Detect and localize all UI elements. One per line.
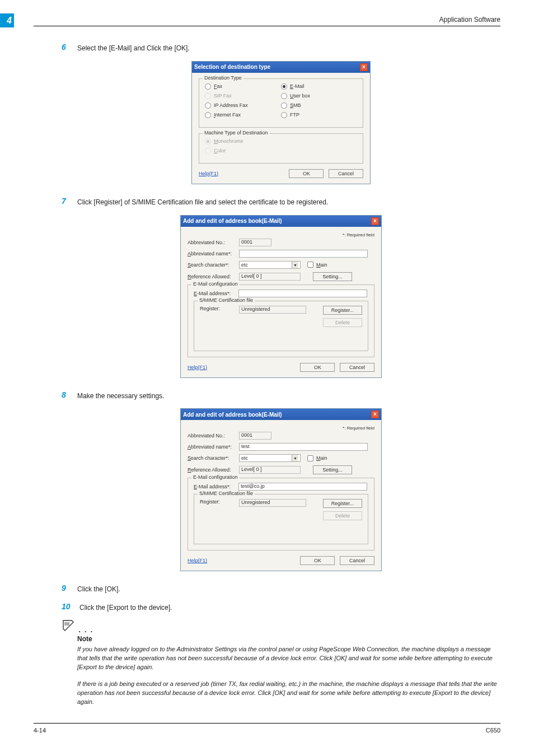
fieldset-legend: S/MIME Certification file — [198, 491, 255, 496]
register-button[interactable]: Register... — [323, 306, 362, 315]
close-icon[interactable]: × — [360, 63, 368, 71]
radio-smb[interactable] — [281, 102, 287, 109]
register-status: Unregistered — [239, 499, 306, 507]
label: Register: — [200, 306, 239, 311]
note-paragraph: If there is a job being executed or a re… — [77, 680, 500, 707]
dialog-add-edit-address-book: Add and edit of address book(E-Mail) × *… — [180, 408, 382, 571]
cancel-button[interactable]: Cancel — [340, 363, 374, 372]
radio-mono — [205, 138, 211, 144]
opt-label: Fax — [214, 83, 222, 89]
dialog-title: Selection of destination type — [194, 64, 270, 70]
abbr-no-display: 0001 — [239, 432, 271, 440]
fieldset-legend: E-Mail configuration — [191, 474, 240, 480]
cancel-button[interactable]: Cancel — [329, 169, 363, 178]
label: Search character*: — [188, 455, 239, 461]
search-char-select[interactable]: etc▼ — [239, 454, 301, 462]
dialog-title: Add and edit of address book(E-Mail) — [183, 218, 282, 224]
radio-userbox[interactable] — [281, 93, 287, 99]
abbr-name-input[interactable]: test — [239, 443, 368, 451]
chapter-tab: 4 — [0, 13, 14, 27]
delete-button: Delete — [323, 511, 362, 520]
main-checkbox[interactable] — [307, 262, 313, 268]
step-text: Make the necessary settings. — [77, 390, 164, 401]
main-checkbox[interactable] — [307, 455, 313, 461]
ref-allowed-display: Level[ 0 ] — [239, 466, 301, 474]
opt-label: E-Mail — [290, 83, 305, 89]
close-icon[interactable]: × — [371, 217, 379, 225]
step-text: Click the [Export to the device]. — [79, 602, 172, 613]
fieldset-legend: S/MIME Certification file — [198, 297, 255, 303]
step-text: Click the [OK]. — [77, 584, 120, 594]
footer-model: C650 — [486, 727, 500, 734]
register-status: Unregistered — [239, 306, 306, 314]
radio-internetfax[interactable] — [205, 112, 211, 118]
required-hint: *: Required field — [343, 232, 374, 237]
header-rule — [34, 26, 500, 26]
note-icon — [62, 624, 77, 633]
label: Abbreviated name*: — [188, 444, 239, 450]
help-link[interactable]: Help(F1) — [188, 558, 207, 563]
label: Search character*: — [188, 262, 239, 268]
dialog-add-edit-address-book: Add and edit of address book(E-Mail) × *… — [180, 215, 382, 378]
chevron-down-icon: ▼ — [292, 262, 298, 268]
ref-allowed-display: Level[ 0 ] — [239, 273, 301, 281]
step-number: 6 — [62, 43, 77, 52]
opt-label: IP Address Fax — [214, 102, 248, 108]
delete-button: Delete — [323, 318, 362, 327]
step-number: 7 — [62, 197, 77, 206]
label: Reference Allowed: — [188, 274, 239, 279]
radio-color — [205, 148, 211, 154]
ok-button[interactable]: OK — [300, 363, 335, 372]
help-link[interactable]: Help(F1) — [199, 171, 218, 176]
opt-label: SMB — [290, 102, 301, 108]
label: Reference Allowed: — [188, 467, 239, 473]
radio-ipaddrfax[interactable] — [205, 102, 211, 109]
radio-email[interactable] — [281, 83, 287, 90]
ok-button[interactable]: OK — [300, 556, 335, 565]
step-text: Click [Register] of S/MIME Certification… — [77, 197, 328, 207]
help-link[interactable]: Help(F1) — [188, 365, 207, 370]
step-number: 8 — [62, 390, 77, 399]
fieldset-legend: Machine Type of Destination — [203, 130, 269, 136]
header-section-title: Application Software — [439, 16, 500, 24]
note-paragraph: If you have already logged on to the Adm… — [77, 645, 500, 672]
setting-button[interactable]: Setting... — [313, 272, 352, 281]
footer-page: 4-14 — [34, 727, 46, 734]
opt-label: FTP — [290, 112, 299, 118]
opt-label: SIP Fax — [214, 93, 232, 99]
note-dots: . . . — [78, 626, 93, 634]
label: Main — [316, 262, 327, 268]
search-char-select[interactable]: etc▼ — [239, 261, 301, 269]
ok-button[interactable]: OK — [289, 169, 324, 178]
label: E-Mail address*: — [194, 484, 238, 489]
note-heading: Note — [77, 635, 500, 643]
close-icon[interactable]: × — [371, 410, 379, 418]
email-input[interactable] — [238, 290, 367, 297]
cancel-button[interactable]: Cancel — [340, 556, 374, 565]
label: Register: — [200, 499, 239, 505]
fieldset-legend: E-Mail configuration — [191, 281, 240, 287]
required-hint: *: Required field — [343, 426, 374, 431]
register-button[interactable]: Register... — [323, 499, 362, 508]
radio-fax[interactable] — [205, 83, 211, 90]
step-number: 10 — [62, 602, 79, 611]
label: Abbreviated No.: — [188, 433, 239, 438]
abbr-name-input[interactable] — [239, 250, 368, 258]
label: E-Mail address*: — [194, 291, 238, 296]
opt-label: User box — [290, 93, 310, 99]
step-number: 9 — [62, 584, 77, 592]
email-input[interactable]: test@co.jp — [238, 483, 367, 491]
label: Main — [316, 455, 327, 461]
fieldset-legend: Destination Type — [203, 75, 243, 81]
setting-button[interactable]: Setting... — [313, 465, 352, 474]
radio-sipfax — [205, 93, 211, 99]
label: Abbreviated No.: — [188, 240, 239, 245]
opt-label: Color — [214, 148, 226, 153]
dialog-select-destination-type: Selection of destination type × Destinat… — [191, 61, 371, 184]
radio-ftp[interactable] — [281, 112, 287, 118]
opt-label: Monochrome — [214, 138, 243, 144]
opt-label: Internet Fax — [214, 112, 241, 118]
label: Abbreviated name*: — [188, 251, 239, 256]
chevron-down-icon: ▼ — [292, 455, 298, 461]
step-text: Select the [E-Mail] and Click the [OK]. — [77, 43, 190, 53]
